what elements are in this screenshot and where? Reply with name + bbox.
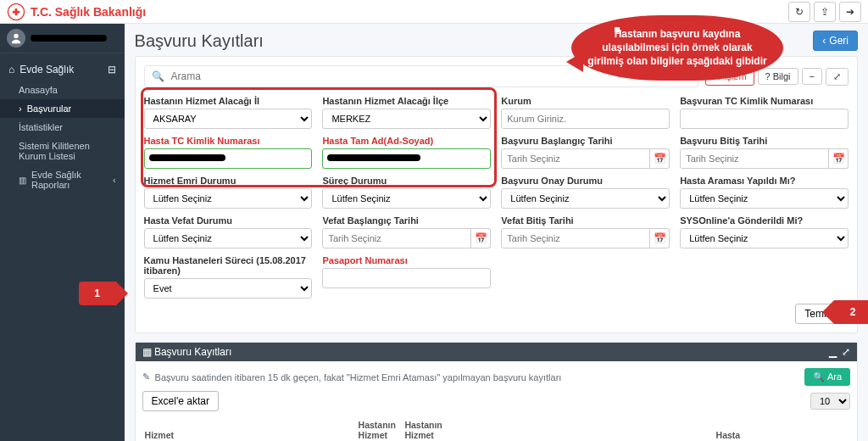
th-hastatc[interactable]: Hasta TC▴▾: [445, 416, 484, 441]
hasta-tc-label: Hasta TC Kimlik Numarası: [144, 136, 313, 146]
basvuran-tc-input[interactable]: [680, 109, 849, 129]
calendar-icon[interactable]: 📅: [650, 228, 670, 248]
basvuran-tc-label: Başvuran TC Kimlik Numarası: [680, 96, 849, 106]
svg-point-1: [14, 34, 18, 38]
hizmet-emri-label: Hizmet Emri Durumu: [144, 176, 313, 186]
sidebar-item-anasayfa[interactable]: Anasayfa: [0, 81, 125, 99]
hizmet-emri-select[interactable]: Lütfen Seçiniz: [144, 188, 313, 209]
sidebar-item-kilitlenen[interactable]: Sistemi Kilitlenen Kurum Listesi: [0, 137, 125, 165]
surec-label: Süreç Durumu: [322, 176, 491, 186]
nav-group-header[interactable]: ⌂ Evde Sağlık ⊟: [0, 59, 125, 81]
calendar-icon[interactable]: 📅: [829, 148, 849, 169]
sidebar-item-istatistikler[interactable]: İstatistikler: [0, 118, 125, 137]
kurum-input[interactable]: [501, 109, 670, 129]
bas-tarih-label: Başvuru Başlangıç Tarihi: [501, 136, 670, 146]
hasta-ad-label: Hasta Tam Ad(Ad-Soyad): [322, 136, 491, 146]
th-il[interactable]: Hastanın Hizmet Alacağı İl▴▾: [356, 416, 403, 441]
sys-label: SYSOnline'a Gönderildi Mi?: [680, 215, 849, 226]
th-basvuran[interactable]: Başvuran▴▾: [614, 416, 668, 441]
khs-select[interactable]: Evet: [144, 278, 313, 299]
kurum-label: Kurum: [501, 96, 670, 106]
th-islem: İşlem: [799, 416, 850, 441]
ilce-label: Hastanın Hizmet Alacağı İlçe: [322, 96, 491, 106]
bas-tarih-input[interactable]: [501, 148, 650, 169]
vefat-select[interactable]: Lütfen Seçiniz: [144, 228, 313, 248]
surec-select[interactable]: Lütfen Seçiniz: [322, 188, 491, 209]
bitis-tarih-label: Başvuru Bitiş Tarihi: [680, 136, 849, 146]
logout-button[interactable]: ➔: [839, 2, 861, 22]
panel-title: ▦ Başvuru Kayıtları: [142, 346, 232, 358]
sidebar-item-basvurular[interactable]: ›Başvurular: [0, 99, 125, 118]
sidebar-item-raporlar[interactable]: ▥Evde Sağlık Raporları‹: [0, 165, 125, 194]
excel-export-button[interactable]: Excel'e aktar: [142, 391, 219, 411]
th-durum[interactable]: Başvuru Durum▴▾: [197, 416, 250, 441]
th-vefat[interactable]: Vefat Tarihi▴▾: [762, 416, 799, 441]
onay-select[interactable]: Lütfen Seçiniz: [501, 188, 670, 209]
calendar-icon[interactable]: 📅: [650, 148, 670, 169]
ilce-select[interactable]: MERKEZ: [322, 109, 491, 129]
panel-note: ✎Başvuru saatinden itibaren 15 dk geçen,…: [142, 371, 562, 382]
vefat-bas-input[interactable]: [322, 228, 471, 248]
arama-select[interactable]: Lütfen Seçiniz: [680, 188, 849, 209]
il-select[interactable]: AKSARAY: [144, 109, 313, 129]
pasaport-label: Pasaport Numarası: [322, 255, 491, 265]
th-ilce[interactable]: Hastanın Hizmet Alacağı İlçe▴▾: [402, 416, 444, 441]
step-marker-1: 1: [79, 282, 116, 305]
onay-label: Başvuru Onay Durumu: [501, 176, 670, 186]
th-tel[interactable]: Hasta Telefon▴▾: [566, 416, 614, 441]
callout-tooltip: Hastanın başvuru kaydına ulaşılabilmesi …: [571, 15, 783, 81]
results-table: Hizmet Emri Ataması▴▾ Başvuru Durum▴▾ Sü…: [142, 416, 850, 441]
sys-select[interactable]: Lütfen Seçiniz: [680, 228, 849, 248]
th-btel[interactable]: Başvuran Telefon▴▾: [668, 416, 714, 441]
th-pasaport[interactable]: Pasaport No▴▾: [484, 416, 527, 441]
panel-close-icon[interactable]: ⤢: [842, 346, 850, 358]
edit-icon: ✎: [142, 371, 150, 382]
avatar: [7, 29, 25, 47]
back-button[interactable]: ‹Geri: [813, 31, 858, 51]
step-marker-2: 2: [834, 300, 868, 324]
vefat-bit-label: Vefat Bitiş Tarihi: [501, 215, 670, 226]
vefat-bit-input[interactable]: [501, 228, 650, 248]
minimize-button[interactable]: −: [802, 68, 822, 85]
panel-min-icon[interactable]: ▁: [829, 346, 837, 358]
vefat-bas-label: Vefat Başlangıç Tarihi: [322, 215, 491, 226]
th-hasta[interactable]: Hasta▴▾: [527, 416, 566, 441]
th-hizmet[interactable]: Hizmet Emri Ataması▴▾: [142, 416, 198, 441]
search-icon: 🔍: [152, 70, 164, 82]
refresh-button[interactable]: ↻: [788, 2, 810, 22]
filter-card: 🔍 ★ İşlem ? Bilgi − ⤢ Hastanın Hizmet Al…: [135, 56, 858, 333]
page-size-select[interactable]: 10: [810, 393, 850, 410]
pasaport-input[interactable]: [322, 268, 491, 288]
share-button[interactable]: ⇪: [814, 2, 836, 22]
bitis-tarih-input[interactable]: [680, 148, 829, 169]
th-tarih[interactable]: Başvuru Tarihi▴▾: [306, 416, 356, 441]
th-surec[interactable]: Süreç Durumu▴▾: [251, 416, 307, 441]
tab-bilgi[interactable]: ? Bilgi: [758, 68, 798, 85]
khs-label: Kamu Hastaneleri Süreci (15.08.2017 itib…: [144, 255, 313, 276]
th-aranma[interactable]: Hasta Aranma Durumu▴▾: [714, 416, 763, 441]
sidebar: ⌂ Evde Sağlık ⊟ Anasayfa ›Başvurular İst…: [0, 24, 125, 441]
il-label: Hastanın Hizmet Alacağı İl: [144, 96, 313, 106]
calendar-icon[interactable]: 📅: [471, 228, 491, 248]
user-name: [31, 35, 107, 42]
arama-label: Hasta Araması Yapıldı Mı?: [680, 176, 849, 186]
page-title: Başvuru Kayıtları: [135, 31, 264, 51]
brand: T.C. Sağlık Bakanlığı: [7, 3, 146, 21]
vefat-label: Hasta Vefat Durumu: [144, 215, 313, 226]
search-button[interactable]: 🔍 Ara: [804, 368, 850, 386]
maximize-button[interactable]: ⤢: [826, 68, 849, 86]
results-panel: ▦ Başvuru Kayıtları ▁⤢ ✎Başvuru saatinde…: [135, 342, 858, 441]
